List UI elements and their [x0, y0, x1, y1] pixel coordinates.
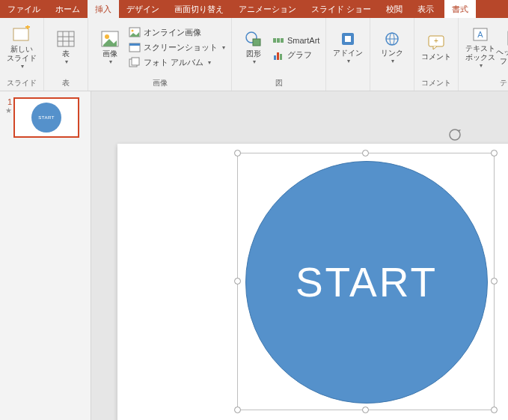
svg-rect-11: [129, 43, 140, 46]
resize-handle-b[interactable]: [362, 407, 369, 413]
svg-rect-0: [13, 28, 28, 40]
resize-handle-bl[interactable]: [234, 407, 241, 413]
thumbnail-shape-text: START: [38, 115, 55, 120]
group-addins: アドイン アドイン: [326, 18, 370, 91]
circle-shape-text[interactable]: START: [296, 258, 438, 306]
group-text-label: テキスト: [459, 77, 508, 91]
header-footer-label: ヘッダーと フッター: [496, 48, 508, 66]
thumbnail-number: 1: [4, 97, 13, 106]
table-label: 表: [62, 49, 70, 58]
online-pictures-label: オンライン画像: [144, 27, 201, 38]
group-tables: 表 表: [44, 18, 88, 91]
comment-button[interactable]: + コメント: [419, 22, 453, 74]
resize-handle-t[interactable]: [362, 150, 369, 156]
addins-icon: [340, 31, 356, 47]
resize-handle-r[interactable]: [491, 278, 498, 284]
svg-rect-13: [132, 58, 139, 65]
rotation-handle[interactable]: [447, 127, 462, 142]
screenshot-icon: [129, 42, 141, 54]
link-icon: [384, 31, 400, 47]
circle-shape[interactable]: START: [245, 161, 488, 404]
thumbnail-shape: START: [31, 103, 61, 133]
thumbnail-preview[interactable]: START: [13, 97, 79, 138]
new-slide-icon: [12, 25, 31, 43]
tab-file[interactable]: ファイル: [0, 0, 48, 18]
group-tables-label: 表: [44, 77, 88, 91]
smartart-label: SmartArt: [287, 36, 319, 45]
table-button[interactable]: 表: [49, 22, 83, 74]
header-footer-button[interactable]: ヘッダーと フッター: [498, 22, 508, 74]
resize-handle-tl[interactable]: [234, 150, 241, 156]
screenshot-button[interactable]: スクリーンショット: [127, 41, 227, 55]
group-images: 画像 オンライン画像 スクリーンショット フォト アルバム 画像: [88, 18, 232, 91]
group-slides-label: スライド: [0, 77, 43, 91]
online-pictures-icon: [129, 27, 141, 39]
svg-text:A: A: [478, 30, 484, 39]
group-links: リンク リンク: [370, 18, 414, 91]
svg-rect-19: [274, 55, 276, 60]
svg-rect-16: [273, 38, 276, 43]
textbox-icon: A: [472, 26, 489, 43]
photo-album-icon: [129, 57, 141, 69]
addins-label: アドイン: [333, 49, 363, 58]
chart-button[interactable]: グラフ: [271, 49, 321, 62]
textbox-label: テキスト ボックス: [465, 44, 495, 62]
tab-format[interactable]: 書式: [444, 0, 476, 18]
new-slide-button[interactable]: 新しい スライド: [4, 22, 39, 74]
tab-home[interactable]: ホーム: [48, 0, 88, 18]
pictures-label: 画像: [102, 49, 117, 58]
smartart-button[interactable]: SmartArt: [271, 34, 321, 47]
tab-review[interactable]: 校閲: [379, 0, 410, 18]
tab-view[interactable]: 表示: [410, 0, 441, 18]
shapes-icon: [244, 30, 263, 48]
shape-selection-box[interactable]: START: [237, 153, 495, 410]
comment-label: コメント: [421, 52, 451, 61]
svg-point-9: [132, 29, 134, 31]
resize-handle-tr[interactable]: [491, 150, 498, 156]
workspace: 1 ★ START START: [0, 91, 508, 420]
tab-animations[interactable]: アニメーション: [231, 0, 304, 18]
svg-rect-18: [281, 38, 284, 43]
group-images-label: 画像: [88, 77, 231, 91]
screenshot-label: スクリーンショット: [144, 42, 218, 53]
group-illustrations: 図形 SmartArt グラフ 図: [232, 18, 326, 91]
thumbnail-slide-1[interactable]: 1 ★ START: [4, 97, 86, 138]
comment-icon: +: [427, 34, 445, 51]
textbox-button[interactable]: A テキスト ボックス: [463, 22, 498, 74]
shapes-label: 図形: [246, 49, 261, 58]
svg-rect-20: [277, 52, 279, 60]
svg-text:+: +: [434, 37, 438, 45]
photo-album-label: フォト アルバム: [144, 57, 203, 68]
smartart-icon: [272, 34, 284, 46]
tab-insert[interactable]: 挿入: [88, 0, 119, 18]
chart-label: グラフ: [287, 49, 312, 61]
tab-slideshow[interactable]: スライド ショー: [304, 0, 379, 18]
svg-rect-17: [277, 38, 280, 43]
tab-design[interactable]: デザイン: [119, 0, 167, 18]
table-icon: [56, 30, 76, 48]
group-comments-label: コメント: [414, 77, 458, 91]
ribbon-tabs: ファイル ホーム 挿入 デザイン 画面切り替え アニメーション スライド ショー…: [0, 0, 508, 18]
group-slides: 新しい スライド スライド: [0, 18, 44, 91]
chart-icon: [272, 49, 284, 61]
shapes-button[interactable]: 図形: [236, 22, 271, 74]
thumbnail-animation-marker: ★: [4, 107, 13, 115]
pictures-button[interactable]: 画像: [93, 22, 127, 74]
online-pictures-button[interactable]: オンライン画像: [127, 26, 227, 40]
slide-canvas-area[interactable]: START: [91, 91, 508, 420]
tab-transitions[interactable]: 画面切り替え: [167, 0, 231, 18]
group-text: A テキスト ボックス ヘッダーと フッター A ワード アート テキスト: [459, 18, 508, 91]
svg-rect-23: [345, 36, 351, 42]
svg-rect-21: [280, 54, 282, 60]
resize-handle-br[interactable]: [491, 407, 498, 413]
group-comments: + コメント コメント: [414, 18, 459, 91]
resize-handle-l[interactable]: [234, 278, 241, 284]
group-illustrations-label: 図: [232, 77, 325, 91]
svg-point-7: [105, 34, 109, 39]
svg-rect-15: [253, 39, 260, 46]
photo-album-button[interactable]: フォト アルバム: [127, 56, 227, 70]
links-label: リンク: [381, 49, 403, 58]
links-button[interactable]: リンク: [375, 22, 409, 74]
thumbnail-panel[interactable]: 1 ★ START: [0, 91, 91, 420]
addins-button[interactable]: アドイン: [331, 22, 365, 74]
